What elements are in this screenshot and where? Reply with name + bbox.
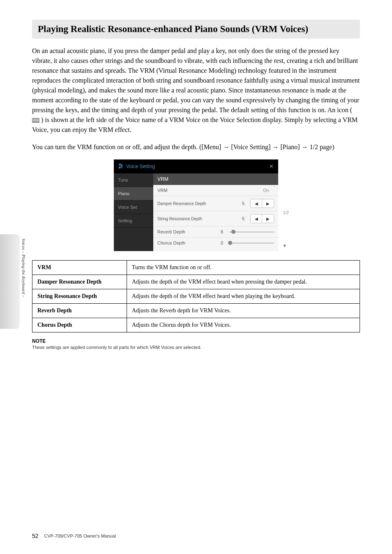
reverb-slider-thumb[interactable] xyxy=(231,230,235,234)
down-arrow-icon[interactable]: ▼ xyxy=(282,243,287,249)
string-stepper[interactable]: ◀ ▶ xyxy=(250,214,274,223)
vrm-status[interactable]: On xyxy=(263,188,269,193)
table-cell-desc: Adjusts the depth of the VRM effect hear… xyxy=(127,289,360,304)
setting-row-reverb: Reverb Depth 8 xyxy=(153,226,278,238)
note-text: These settings are applied commonly to a… xyxy=(32,345,360,350)
damper-stepper[interactable]: ◀ ▶ xyxy=(250,199,274,208)
table-cell-name: VRM xyxy=(32,261,127,275)
table-cell-desc: Adjusts the Chorus depth for VRM Voices. xyxy=(127,318,360,332)
section-title: Playing Realistic Resonance-enhanced Pia… xyxy=(38,24,354,35)
string-label: String Resonance Depth xyxy=(157,217,240,221)
damper-label: Damper Resonance Depth xyxy=(157,201,240,206)
screen-title: Voice Setting xyxy=(126,164,155,169)
string-decrement-button[interactable]: ◀ xyxy=(251,215,262,223)
vrm-inline-icon: VRM xyxy=(32,118,39,123)
page-indicator: 1/2 xyxy=(283,210,289,215)
svg-point-3 xyxy=(121,165,122,166)
string-value: 5 xyxy=(240,216,247,221)
table-row: String Resonance Depth Adjusts the depth… xyxy=(32,289,360,304)
side-tab-text: Voices – Playing the Keyboard – xyxy=(21,238,26,297)
table-row: Chorus Depth Adjusts the Chorus depth fo… xyxy=(32,318,360,332)
sidebar-item-tune[interactable]: Tune xyxy=(114,173,153,187)
main-section-header: VRM xyxy=(153,173,278,185)
screen-main: VRM VRM On Damper Resonance Depth 5 ◀ ▶ … xyxy=(153,173,278,251)
reverb-slider[interactable] xyxy=(229,231,274,233)
paragraph-1-b: ) is shown at the left side of the Voice… xyxy=(32,116,357,133)
description-table: VRM Turns the VRM function on or off. Da… xyxy=(32,260,360,332)
chorus-slider[interactable] xyxy=(229,242,274,244)
paragraph-1: On an actual acoustic piano, if you pres… xyxy=(32,46,360,135)
vrm-label: VRM xyxy=(157,188,263,193)
table-cell-name: Chorus Depth xyxy=(32,318,127,332)
chorus-label: Chorus Depth xyxy=(157,240,218,245)
table-cell-name: Reverb Depth xyxy=(32,304,127,318)
table-cell-desc: Turns the VRM function on or off. xyxy=(127,261,360,275)
sidebar-item-piano[interactable]: Piano xyxy=(114,187,153,201)
side-tab xyxy=(0,234,20,329)
sidebar-item-voice-set[interactable]: Voice Set xyxy=(114,201,153,214)
sliders-icon xyxy=(118,163,124,170)
chorus-value: 0 xyxy=(218,240,226,245)
table-cell-name: String Resonance Depth xyxy=(32,289,127,304)
close-icon[interactable]: × xyxy=(270,163,274,170)
paragraph-1-a: On an actual acoustic piano, if you pres… xyxy=(32,47,360,113)
table-cell-name: Damper Resonance Depth xyxy=(32,275,127,289)
table-cell-desc: Adjusts the depth of the VRM effect hear… xyxy=(127,275,360,289)
device-screenshot: Voice Setting × Tune Piano Voice Set Set… xyxy=(114,159,278,251)
svg-point-5 xyxy=(119,167,120,168)
setting-row-string: String Resonance Depth 5 ◀ ▶ xyxy=(153,211,278,226)
svg-point-1 xyxy=(120,164,121,165)
setting-row-vrm: VRM On xyxy=(153,185,278,196)
note-heading: NOTE xyxy=(32,338,360,344)
table-row: Reverb Depth Adjusts the Reverb depth fo… xyxy=(32,304,360,318)
damper-value: 5 xyxy=(240,201,247,206)
table-cell-desc: Adjusts the Reverb depth for VRM Voices. xyxy=(127,304,360,318)
manual-name: CVP-709/CVP-705 Owner's Manual xyxy=(44,533,116,538)
paragraph-2: You can turn the VRM function on or off,… xyxy=(32,142,360,152)
damper-increment-button[interactable]: ▶ xyxy=(262,199,274,208)
chorus-slider-thumb[interactable] xyxy=(228,241,232,245)
damper-decrement-button[interactable]: ◀ xyxy=(251,199,262,208)
page-number: 52 xyxy=(32,533,39,539)
page-footer: 52 CVP-709/CVP-705 Owner's Manual xyxy=(32,533,116,539)
string-increment-button[interactable]: ▶ xyxy=(262,215,274,223)
sidebar-item-setting[interactable]: Setting xyxy=(114,214,153,228)
setting-row-chorus: Chorus Depth 0 xyxy=(153,238,278,251)
section-title-bar: Playing Realistic Resonance-enhanced Pia… xyxy=(32,20,360,39)
screen-header: Voice Setting × xyxy=(114,159,278,173)
reverb-label: Reverb Depth xyxy=(157,229,218,234)
table-row: Damper Resonance Depth Adjusts the depth… xyxy=(32,275,360,289)
table-row: VRM Turns the VRM function on or off. xyxy=(32,261,360,275)
reverb-value: 8 xyxy=(218,229,226,234)
setting-row-damper: Damper Resonance Depth 5 ◀ ▶ xyxy=(153,196,278,211)
screen-sidebar: Tune Piano Voice Set Setting xyxy=(114,173,153,251)
